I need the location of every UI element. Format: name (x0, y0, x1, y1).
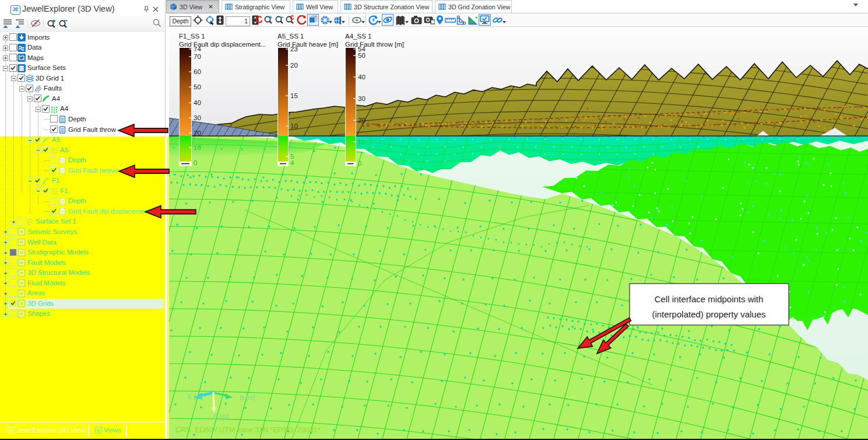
svg-text:10: 10 (290, 123, 298, 130)
svg-text:74: 74 (194, 46, 201, 53)
svg-text:10: 10 (194, 144, 201, 151)
svg-text:4: 4 (290, 159, 294, 166)
svg-text:0: 0 (358, 160, 361, 167)
svg-text:60: 60 (194, 68, 201, 75)
svg-text:0: 0 (194, 159, 197, 166)
svg-text:23: 23 (290, 46, 298, 53)
svg-text:CRS: ED50 / UTM zone 31N *EPSG: CRS: ED50 / UTM zone 31N *EPSG: 23031* (175, 426, 321, 434)
svg-text:Grid Fault throw [m]: Grid Fault throw [m] (345, 41, 404, 48)
svg-text:20: 20 (290, 62, 298, 69)
svg-text:D [m]: D [m] (213, 413, 229, 420)
svg-text:40: 40 (194, 99, 201, 106)
svg-text:Grid Fault dip displacement...: Grid Fault dip displacement... (179, 41, 266, 48)
svg-text:70: 70 (194, 53, 201, 60)
svg-text:F1_SS 1: F1_SS 1 (179, 33, 205, 40)
svg-text:Grid Fault heave [m]: Grid Fault heave [m] (277, 41, 338, 48)
svg-text:30: 30 (194, 114, 201, 121)
svg-text:A5_SS 1: A5_SS 1 (277, 33, 304, 40)
svg-text:JE: JE (9, 428, 14, 432)
svg-text:50: 50 (194, 83, 201, 90)
svg-text:30: 30 (358, 95, 366, 102)
svg-text:(interpolated) property values: (interpolated) property values (652, 309, 765, 319)
svg-text:20: 20 (358, 117, 366, 124)
svg-text:10: 10 (358, 138, 366, 145)
svg-text:E [m]: E [m] (188, 393, 203, 400)
svg-text:40: 40 (358, 74, 366, 81)
svg-text:Cell interface midpoints with: Cell interface midpoints with (655, 294, 764, 304)
svg-text:A4_SS 1: A4_SS 1 (345, 33, 371, 40)
svg-text:N [m]: N [m] (240, 394, 255, 401)
svg-text:20: 20 (194, 130, 201, 137)
svg-text:15: 15 (290, 92, 298, 99)
svg-text:50: 50 (358, 52, 366, 59)
